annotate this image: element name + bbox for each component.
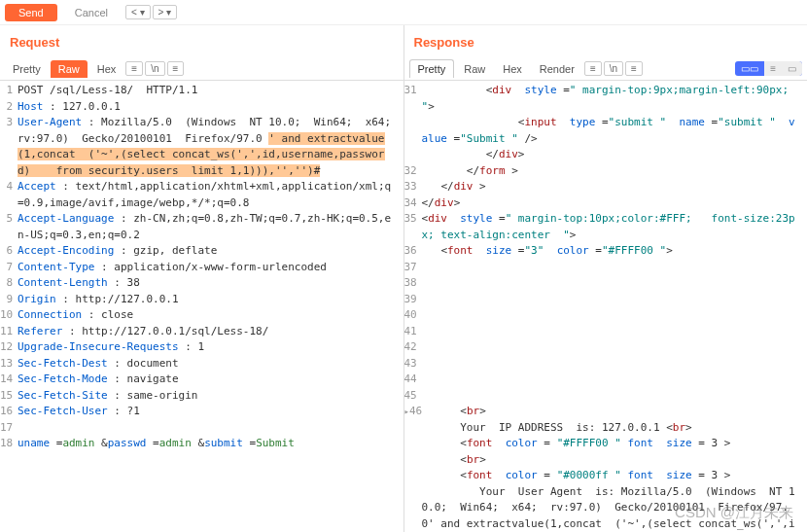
response-line: 32 </form > [404,163,808,180]
request-line: 10Connection : close [0,307,404,324]
request-line: 13Sec-Fetch-Dest : document [0,356,404,372]
request-tab-raw[interactable]: Raw [51,60,88,78]
request-tool-3[interactable]: ≡ [167,61,185,76]
request-line: 8Content-Length : 38 [0,275,404,292]
response-line: ▸46 <br> Your IP ADDRESS is: 127.0.0.1 <… [404,404,808,532]
request-line: 4Accept : text/html,application/xhtml+xm… [0,179,404,211]
response-tab-hex[interactable]: Hex [495,60,530,78]
request-line: 16Sec-Fetch-User : ?1 [0,404,404,420]
response-tab-pretty[interactable]: Pretty [409,59,455,78]
response-line: 31 <div style =" margin-top:9px;margin-l… [404,83,808,163]
response-title: Response [404,25,808,57]
response-tool-3[interactable]: ≡ [625,61,643,76]
response-tab-render[interactable]: Render [532,60,582,78]
request-line: 11Referer : http://127.0.0.1/sql/Less-18… [0,324,404,340]
request-line: 1POST /sql/Less-18/ HTTP/1.1 [0,83,404,99]
response-code-area[interactable]: 31 <div style =" margin-top:9px;margin-l… [404,81,808,532]
request-line: 7Content-Type : application/x-www-form-u… [0,260,404,276]
response-line: 41 [404,324,808,340]
response-line: 42 [404,339,808,356]
response-line: 43 [404,356,808,372]
view-mode-a-icon[interactable]: ▭▭ [735,61,764,76]
request-line: 12Upgrade-Insecure-Requests : 1 [0,339,404,356]
response-line: 35<div style =" margin-top:10px;color:#F… [404,211,808,243]
history-next-button[interactable]: > ▾ [153,5,178,19]
response-panel: Response Pretty Raw Hex Render ≡ \n ≡ ▭▭… [404,25,808,532]
view-mode-b-icon[interactable]: ≡ [764,61,782,76]
request-line: 5Accept-Language : zh-CN,zh;q=0.8,zh-TW;… [0,211,404,243]
response-view-toggle[interactable]: ▭▭ ≡ ▭ [735,61,802,76]
history-prev-button[interactable]: < ▾ [125,5,151,19]
request-line: 18uname =admin &passwd =admin &submit =S… [0,436,404,452]
response-line: 44 [404,372,808,388]
response-tool-newline[interactable]: \n [604,61,623,76]
request-line: 15Sec-Fetch-Site : same-origin [0,388,404,405]
response-line: 38 [404,275,808,292]
view-mode-c-icon[interactable]: ▭ [782,61,802,76]
request-title: Request [0,25,404,57]
send-button[interactable]: Send [5,4,57,21]
response-tool-1[interactable]: ≡ [584,61,602,76]
request-tool-newline[interactable]: \n [145,61,164,76]
request-tool-1[interactable]: ≡ [125,61,143,76]
request-line: 17 [0,420,404,437]
response-line: 36 <font size ="3" color ="#FFFF00 "> [404,243,808,260]
response-line: 34</div> [404,195,808,212]
response-line: 37 [404,260,808,276]
request-line: 6Accept-Encoding : gzip, deflate [0,243,404,260]
response-tab-raw[interactable]: Raw [456,60,493,78]
response-line: 45 [404,388,808,405]
cancel-button[interactable]: Cancel [65,4,118,21]
request-line: 2Host : 127.0.0.1 [0,99,404,116]
request-panel: Request Pretty Raw Hex ≡ \n ≡ 1POST /sql… [0,25,404,532]
response-line: 39 [404,292,808,308]
request-tab-pretty[interactable]: Pretty [5,60,49,78]
request-line: 3User-Agent : Mozilla/5.0 (Windows NT 10… [0,115,404,179]
request-tab-hex[interactable]: Hex [89,60,124,78]
response-line: 40 [404,307,808,324]
request-line: 14Sec-Fetch-Mode : navigate [0,372,404,388]
request-line: 9Origin : http://127.0.0.1 [0,292,404,308]
request-code-area[interactable]: 1POST /sql/Less-18/ HTTP/1.12Host : 127.… [0,81,404,532]
response-line: 33 </div > [404,179,808,195]
